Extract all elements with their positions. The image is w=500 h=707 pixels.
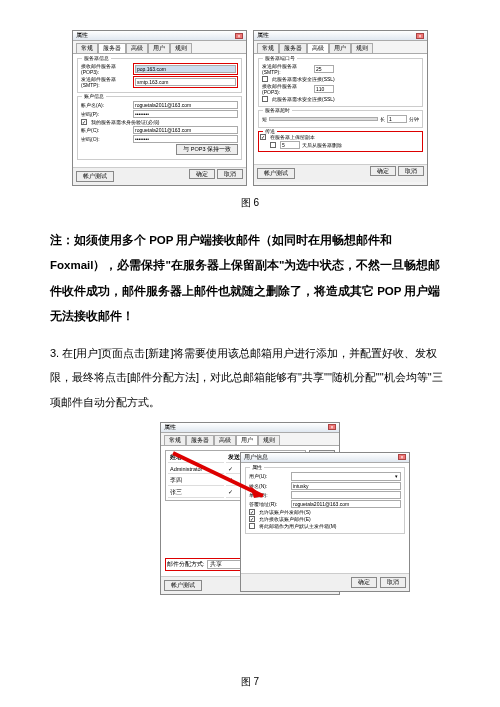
password2-label: 密码(O): [81, 136, 131, 142]
tab-general[interactable]: 常规 [257, 43, 279, 53]
tab-rules[interactable]: 规则 [258, 435, 280, 445]
figure-7: 属性 × 常规 服务器 高级 用户 规则 姓名发送接收删除 Administra… [50, 422, 450, 595]
perm-recv-checkbox[interactable] [249, 516, 255, 522]
cancel-button[interactable]: 取消 [217, 169, 243, 179]
figure-6: 属性 × 常规 服务器 高级 用户 规则 服务器信息 接收邮件服务器(POP3)… [50, 30, 450, 186]
tab-user[interactable]: 用户 [329, 43, 351, 53]
reply-input[interactable]: roguetala2011@163.com [291, 500, 401, 508]
smtp-input[interactable]: smtp.163.com [135, 78, 236, 86]
tabs: 常规 服务器 高级 用户 规则 [73, 41, 246, 54]
smtp-label: 发送邮件服务器(SMTP): [81, 76, 131, 88]
ssl-smtp-label: 此服务器需求安全连接(SSL) [272, 76, 335, 82]
smtp-port-input[interactable]: 25 [314, 65, 334, 73]
minutes-label: 分钟 [409, 116, 419, 122]
close-icon[interactable]: × [328, 424, 336, 430]
tab-server[interactable]: 服务器 [279, 43, 307, 53]
tab-advanced[interactable]: 高级 [126, 43, 148, 53]
perm-main-label: 将此邮箱作为用户默认主发件箱(M) [259, 523, 337, 529]
test-button[interactable]: 帐户测试 [164, 580, 202, 591]
group-title: 账户信息 [82, 93, 106, 99]
group-timeout: 服务器超时 短 长 1 分钟 [258, 110, 423, 128]
pop-port-input[interactable]: 110 [314, 85, 334, 93]
test-button[interactable]: 帐户测试 [76, 171, 114, 182]
group-title: 服务器端口号 [263, 55, 297, 61]
minutes-input[interactable]: 1 [387, 115, 407, 123]
days-checkbox[interactable] [270, 142, 276, 148]
smtp-port-label: 发送邮件服务器(SMTP): [262, 63, 312, 75]
dialog-title: 属性 [164, 423, 176, 432]
tab-user[interactable]: 用户 [148, 43, 170, 53]
dialog-body: 服务器信息 接收邮件服务器(POP3): pop.163.com 发送邮件服务器… [73, 54, 246, 167]
button-row: 帐户测试 确定 取消 [73, 167, 246, 185]
button-row: 帐户测试 确定 取消 [254, 164, 427, 182]
titlebar: 属性 × [73, 31, 246, 41]
tab-advanced[interactable]: 高级 [307, 43, 329, 53]
dist-label: 邮件分配方式: [167, 561, 205, 568]
name-input[interactable]: intusky [291, 482, 401, 490]
tab-user[interactable]: 用户 [236, 435, 258, 445]
account2-label: 帐户(C): [81, 127, 131, 133]
group-server-info: 服务器信息 接收邮件服务器(POP3): pop.163.com 发送邮件服务器… [77, 58, 242, 93]
dialog-title: 属性 [76, 31, 88, 40]
group-title: 服务器信息 [82, 55, 111, 61]
ok-button[interactable]: 确定 [370, 166, 396, 176]
ssl-pop-checkbox[interactable] [262, 96, 268, 102]
keep-copy-checkbox[interactable] [260, 134, 266, 140]
dialog-title: 属性 [257, 31, 269, 40]
perm-recv-label: 允许接收该账户邮件(E) [259, 516, 311, 522]
auth-checkbox[interactable] [81, 119, 87, 125]
tab-server[interactable]: 服务器 [98, 43, 126, 53]
ok-button[interactable]: 确定 [351, 577, 377, 588]
titlebar: 属性 × [161, 423, 339, 433]
group-account: 账户信息 帐户名(A):roguetala2011@163.com 密码(P):… [77, 96, 242, 160]
timeout-slider[interactable] [269, 117, 378, 121]
close-icon[interactable]: × [416, 33, 424, 39]
cancel-button[interactable]: 取消 [380, 577, 406, 588]
pop-port-label: 接收邮件服务器(POP3): [262, 83, 312, 95]
paragraph-3: 3. 在[用户]页面点击[新建]将需要使用该总邮箱用户进行添加，并配置好收、发权… [50, 341, 450, 414]
tab-server[interactable]: 服务器 [186, 435, 214, 445]
tab-rules[interactable]: 规则 [351, 43, 373, 53]
note-text: 注：如须使用多个 POP 用户端接收邮件（如同时在用畅想邮件和 Foxmail）… [50, 228, 450, 329]
tab-general[interactable]: 常规 [164, 435, 186, 445]
account-input[interactable]: roguetala2011@163.com [133, 101, 238, 109]
days-label: 天后从服务器删除 [302, 142, 342, 148]
chevron-down-icon: ▾ [395, 473, 398, 479]
ssl-smtp-checkbox[interactable] [262, 76, 268, 82]
titlebar: 属性 × [254, 31, 427, 41]
keep-copy-label: 在服务器上保留副本 [270, 134, 315, 140]
long-label: 长 [380, 116, 385, 122]
org-input[interactable] [291, 491, 401, 499]
close-icon[interactable]: × [235, 33, 243, 39]
ok-button[interactable]: 确定 [189, 169, 215, 179]
group-delivery: 传送 在服务器上保留副本 5天后从服务器删除 [258, 131, 423, 152]
tabs: 常规 服务器 高级 用户 规则 [254, 41, 427, 54]
password-input[interactable]: •••••••• [133, 110, 238, 118]
button-row: 确定 取消 [241, 573, 409, 591]
tab-rules[interactable]: 规则 [170, 43, 192, 53]
red-arrow [168, 448, 288, 510]
same-as-pop3-button[interactable]: 与 POP3 保持一致 [176, 144, 238, 155]
password-label: 密码(P): [81, 111, 131, 117]
dialog-properties-advanced: 属性 × 常规 服务器 高级 用户 规则 服务器端口号 发送邮件服务器(SMTP… [253, 30, 428, 186]
group-title: 传送 [263, 128, 277, 134]
password2-input[interactable]: •••••••• [133, 135, 238, 143]
group-title: 服务器超时 [263, 107, 292, 113]
close-icon[interactable]: × [398, 454, 406, 460]
tabs: 常规 服务器 高级 用户 规则 [161, 433, 339, 446]
dialog-properties-server: 属性 × 常规 服务器 高级 用户 规则 服务器信息 接收邮件服务器(POP3)… [72, 30, 247, 186]
pop3-label: 接收邮件服务器(POP3): [81, 63, 131, 75]
short-label: 短 [262, 116, 267, 122]
user-select[interactable]: ▾ [291, 472, 401, 481]
tab-advanced[interactable]: 高级 [214, 435, 236, 445]
cancel-button[interactable]: 取消 [398, 166, 424, 176]
perm-main-checkbox[interactable] [249, 523, 255, 529]
test-button[interactable]: 帐户测试 [257, 168, 295, 179]
account2-input[interactable]: roguetala2011@163.com [133, 126, 238, 134]
pop3-input[interactable]: pop.163.com [135, 65, 236, 73]
ssl-pop-label: 此服务器需求安全连接(SSL) [272, 96, 335, 102]
group-ports: 服务器端口号 发送邮件服务器(SMTP):25 此服务器需求安全连接(SSL) … [258, 58, 423, 107]
tab-general[interactable]: 常规 [76, 43, 98, 53]
days-input[interactable]: 5 [280, 141, 300, 149]
figure-6-caption: 图 6 [50, 196, 450, 210]
